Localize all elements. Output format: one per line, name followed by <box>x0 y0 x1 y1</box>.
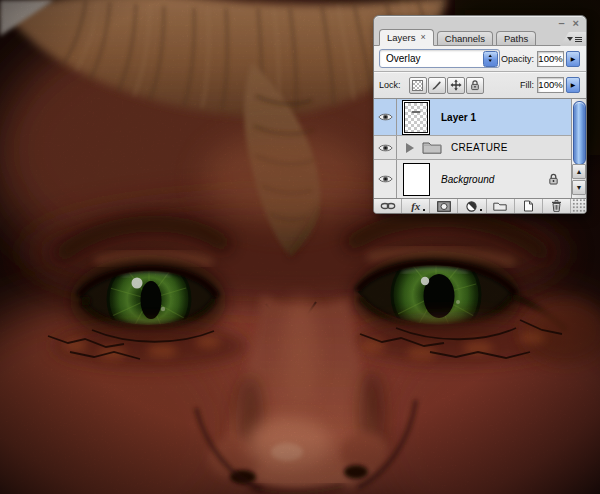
tab-channels-label: Channels <box>445 32 485 45</box>
fill-slider-button[interactable]: ▶ <box>566 77 580 93</box>
visibility-toggle[interactable] <box>374 160 397 198</box>
blend-stepper-icon[interactable]: ▲▼ <box>483 51 498 67</box>
layer-mask-icon <box>437 201 451 212</box>
scroll-up-button[interactable]: ▲ <box>572 164 586 179</box>
layer-row-background[interactable]: Background <box>374 160 571 198</box>
visibility-toggle[interactable] <box>374 99 397 135</box>
flyout-dot-icon <box>480 209 482 211</box>
chain-link-icon <box>380 202 396 210</box>
new-adjustment-layer-button[interactable] <box>458 199 486 213</box>
flyout-triangle-icon <box>567 37 573 41</box>
panel-toolbar: fx <box>374 198 586 213</box>
folder-icon <box>422 141 442 154</box>
resize-grip[interactable] <box>571 199 586 213</box>
menu-lines-icon <box>575 37 582 42</box>
blend-mode-select[interactable]: Overlay ▲▼ <box>379 49 500 68</box>
opacity-slider-button[interactable]: ▶ <box>566 51 580 67</box>
minimize-button[interactable]: – <box>558 18 564 28</box>
panel-controls: Overlay ▲▼ Opacity: 100% ▶ Lock: <box>374 46 586 98</box>
layer-thumbnail[interactable] <box>402 100 430 135</box>
new-group-button[interactable] <box>487 199 515 213</box>
group-folder[interactable] <box>422 141 442 154</box>
delete-layer-button[interactable] <box>543 199 571 213</box>
visibility-toggle[interactable] <box>374 136 397 159</box>
eye-icon <box>378 112 393 122</box>
new-layer-icon <box>523 200 534 212</box>
layer-content-mark <box>412 111 421 113</box>
lock-pixels-button[interactable] <box>428 77 446 94</box>
transparency-checker-icon <box>412 80 423 91</box>
new-group-folder-icon <box>493 201 507 211</box>
move-icon <box>450 79 462 91</box>
opacity-field[interactable]: 100% <box>537 51 564 67</box>
lock-transparency-button[interactable] <box>409 77 427 94</box>
padlock-icon <box>470 79 480 91</box>
adjustment-layer-icon <box>466 201 477 212</box>
flyout-dot-icon <box>423 209 425 211</box>
fx-icon: fx <box>411 201 420 211</box>
opacity-label: Opacity: <box>501 54 534 64</box>
expand-triangle-icon[interactable] <box>406 143 414 153</box>
lock-all-button[interactable] <box>466 77 484 94</box>
lock-position-button[interactable] <box>447 77 465 94</box>
paintbrush-icon <box>431 80 442 91</box>
tab-paths[interactable]: Paths <box>496 31 536 45</box>
layer-styles-button[interactable]: fx <box>402 199 430 213</box>
eye-icon <box>378 143 393 153</box>
background-thumbnail[interactable] <box>403 163 430 196</box>
tab-channels[interactable]: Channels <box>437 31 493 45</box>
panel-titlebar[interactable]: – × <box>374 16 586 29</box>
tab-layers[interactable]: Layers × <box>379 29 434 46</box>
add-layer-mask-button[interactable] <box>430 199 458 213</box>
tab-layers-label: Layers <box>387 31 416 44</box>
divider <box>374 71 586 73</box>
blend-mode-value: Overlay <box>380 53 483 64</box>
group-name[interactable]: CREATURE <box>451 142 508 153</box>
link-layers-button[interactable] <box>374 199 402 213</box>
lock-label: Lock: <box>379 80 401 90</box>
padlock-icon <box>548 173 559 185</box>
background-layer-name[interactable]: Background <box>441 174 494 185</box>
panel-menu-button[interactable] <box>560 32 586 46</box>
fill-label: Fill: <box>520 80 534 90</box>
close-button[interactable]: × <box>573 18 579 28</box>
layer-row-layer1[interactable]: Layer 1 <box>374 99 571 136</box>
scrollbar[interactable]: ▲ ▼ <box>571 99 586 198</box>
scroll-down-button[interactable]: ▼ <box>572 180 586 195</box>
layer-row-creature-group[interactable]: CREATURE <box>374 136 571 160</box>
new-layer-button[interactable] <box>515 199 543 213</box>
tab-paths-label: Paths <box>504 32 528 45</box>
layers-list: Layer 1 CREATURE <box>374 98 586 198</box>
layers-panel: – × Layers × Channels Paths Overlay ▲▼ O… <box>373 15 587 214</box>
transparency-thumbnail <box>404 102 428 133</box>
trash-icon <box>551 200 562 212</box>
eye-icon <box>378 174 393 184</box>
background-lock <box>548 173 559 185</box>
panel-tabstrip: Layers × Channels Paths <box>374 29 586 46</box>
layer-name[interactable]: Layer 1 <box>441 112 476 123</box>
tab-close-icon[interactable]: × <box>421 31 426 44</box>
scrollbar-thumb[interactable] <box>573 101 586 165</box>
fill-field[interactable]: 100% <box>537 77 564 93</box>
